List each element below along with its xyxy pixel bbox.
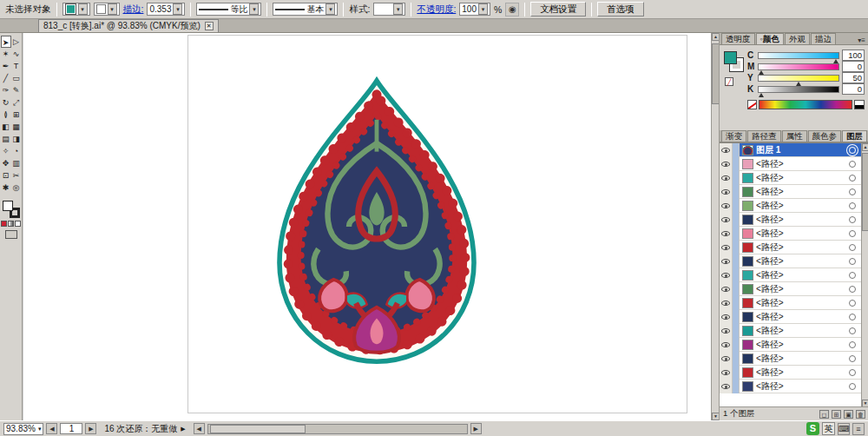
fill-proxy-icon[interactable] [3, 201, 13, 211]
close-icon[interactable]: ✕ [205, 22, 214, 30]
none-swatch-icon[interactable] [747, 100, 757, 109]
first-page-icon[interactable]: ◀ [46, 423, 57, 434]
document-tab[interactable]: 813_c [转换].ai* @ 93.83% (CMYK/预览) ✕ [38, 19, 219, 32]
stroke-swatch[interactable] [96, 4, 106, 14]
edit-column[interactable] [733, 282, 740, 296]
layer-path-row[interactable]: <路径> [720, 338, 861, 352]
layer-thumbnail[interactable] [742, 242, 753, 253]
tool-pencil[interactable]: ✎ [11, 84, 22, 96]
layer-thumbnail[interactable] [742, 187, 753, 197]
visibility-eye-icon[interactable] [721, 203, 730, 208]
layer-path-name[interactable]: <路径> [756, 380, 849, 393]
layer-thumbnail[interactable] [742, 270, 753, 281]
visibility-eye-icon[interactable] [721, 342, 730, 347]
eye-cell[interactable] [720, 199, 733, 213]
tool-scale[interactable]: ⤢ [11, 96, 22, 109]
eye-cell[interactable] [720, 366, 733, 380]
target-circle-icon[interactable] [849, 327, 856, 334]
next-page-icon[interactable]: ▶ [85, 423, 96, 434]
layer-path-row[interactable]: <路径> [720, 241, 861, 254]
panel-tab-attributes[interactable]: 属性 [782, 130, 807, 142]
channel-slider-C[interactable] [758, 52, 839, 59]
screen-mode-button[interactable] [5, 230, 17, 239]
chevron-down-icon[interactable]: ▾ [393, 3, 403, 15]
new-sublayer-icon[interactable]: ⊞ [832, 410, 841, 419]
layer-path-name[interactable]: <路径> [756, 339, 849, 351]
channel-slider-Y[interactable] [758, 75, 839, 82]
sogou-input-icon[interactable]: S [806, 422, 819, 435]
edit-column[interactable] [733, 254, 740, 268]
edit-column[interactable] [733, 143, 740, 157]
layer-thumbnail[interactable] [742, 215, 753, 225]
target-circle-icon[interactable] [849, 188, 856, 195]
target-circle-icon[interactable] [849, 355, 856, 362]
target-circle-icon[interactable] [849, 314, 856, 320]
tool-blend[interactable]: ◔ [11, 145, 22, 157]
visibility-eye-icon[interactable] [721, 287, 730, 292]
layer-path-row[interactable]: <路径> [720, 324, 861, 338]
eye-cell[interactable] [720, 254, 733, 268]
eye-cell[interactable] [720, 338, 733, 352]
tool-eyedropper[interactable]: ✧ [1, 145, 11, 157]
document-setup-button[interactable]: 文档设置 [530, 2, 586, 17]
layer-path-name[interactable]: <路径> [756, 367, 849, 379]
tool-type[interactable]: T [11, 60, 22, 72]
new-layer-icon[interactable]: ▣ [844, 410, 853, 419]
tool-rectangle[interactable]: ▭ [11, 72, 22, 84]
target-circle-icon[interactable] [849, 369, 856, 376]
color-mode-icon[interactable] [1, 221, 7, 227]
fill-stroke-widget[interactable] [3, 201, 20, 218]
delete-layer-icon[interactable]: 🗑 [856, 410, 865, 419]
edit-column[interactable] [733, 241, 740, 254]
eye-cell[interactable] [720, 185, 733, 199]
target-circle-icon[interactable] [849, 216, 856, 223]
panel-tab-pathfinder[interactable]: 路径查 [747, 130, 781, 142]
channel-slider-K[interactable] [758, 86, 839, 93]
scroll-left-icon[interactable]: ◀ [194, 423, 205, 434]
target-circle-icon[interactable] [849, 300, 856, 307]
panel-tab-color-guide[interactable]: 颜色参 [808, 130, 842, 142]
scroll-right-icon[interactable]: ▶ [470, 423, 482, 434]
target-circle-icon[interactable] [849, 258, 856, 265]
target-circle-icon[interactable] [849, 341, 856, 348]
layer-path-row[interactable]: <路径> [720, 310, 861, 324]
tool-pen[interactable]: ✒ [1, 60, 11, 72]
color-spectrum-ramp[interactable] [759, 100, 852, 109]
slider-thumb-icon[interactable] [759, 93, 764, 97]
visibility-eye-icon[interactable] [721, 231, 730, 236]
edit-column[interactable] [733, 310, 740, 324]
eye-cell[interactable] [720, 324, 733, 338]
edit-column[interactable] [733, 213, 740, 227]
edit-column[interactable] [733, 227, 740, 241]
channel-value-K[interactable]: 0 [842, 83, 865, 95]
layer-path-name[interactable]: <路径> [756, 353, 849, 365]
tool-symbol-sprayer[interactable]: ✥ [1, 157, 11, 169]
visibility-eye-icon[interactable] [721, 189, 730, 195]
channel-slider-M[interactable] [758, 63, 839, 70]
channel-value-Y[interactable]: 50 [842, 72, 865, 83]
edit-column[interactable] [733, 185, 740, 199]
edit-column[interactable] [733, 352, 740, 366]
visibility-eye-icon[interactable] [721, 245, 730, 250]
tool-lasso[interactable]: ∿ [11, 48, 22, 60]
layer-path-name[interactable]: <路径> [756, 311, 849, 323]
layer-path-row[interactable]: <路径> [720, 157, 861, 171]
visibility-eye-icon[interactable] [721, 370, 730, 375]
chevron-down-icon[interactable]: ▾ [249, 3, 259, 15]
tool-direct-selection[interactable]: ▷ [11, 36, 22, 48]
visibility-eye-icon[interactable] [721, 314, 730, 320]
visibility-eye-icon[interactable] [721, 328, 730, 334]
panel-tab-transparency[interactable]: 透明度 [721, 33, 755, 44]
chevron-down-icon[interactable]: ▾ [38, 426, 42, 433]
target-circle-icon[interactable] [849, 230, 856, 237]
fill-swatch[interactable] [65, 3, 76, 15]
edit-column[interactable] [733, 380, 740, 393]
eye-cell[interactable] [720, 171, 733, 185]
layer-path-row[interactable]: <路径> [720, 352, 861, 366]
visibility-eye-icon[interactable] [721, 356, 730, 361]
eye-cell[interactable] [720, 310, 733, 324]
stroke-width-combo[interactable]: 0.353 ▾ [147, 3, 185, 16]
tray-menu-icon[interactable]: ≡ [852, 423, 865, 435]
opacity-combo[interactable]: 100 ▾ [459, 3, 490, 16]
visibility-eye-icon[interactable] [721, 301, 730, 306]
